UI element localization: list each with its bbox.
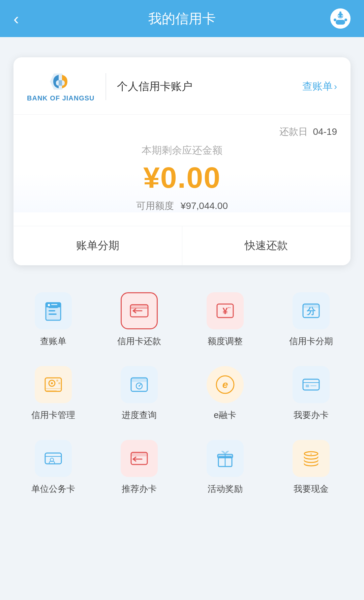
bank-name-text: BANK OF JIANGSU (27, 94, 95, 102)
remaining-label: 本期剩余应还金额 (27, 144, 337, 157)
card-top: BANK OF JIANGSU 个人信用卡账户 查账单 › (13, 57, 351, 115)
quota-icon: ¥ .. (214, 300, 236, 322)
svg-point-31 (56, 380, 58, 382)
svg-rect-40 (303, 379, 319, 390)
svg-point-28 (51, 382, 53, 384)
svg-rect-12 (49, 310, 55, 311)
feature-manage[interactable]: 信用卡管理 (10, 366, 96, 421)
svg-line-37 (139, 384, 141, 386)
corporate-icon (42, 448, 64, 469)
svg-rect-48 (131, 452, 147, 456)
efusion-icon-wrap: e (207, 366, 244, 403)
recommend-icon-wrap (121, 440, 158, 477)
feature-progress[interactable]: 进度查询 (96, 366, 182, 421)
svg-rect-34 (131, 378, 147, 382)
repay-date-label: 还款日 (279, 126, 308, 137)
svg-rect-19 (130, 307, 148, 309)
progress-label: 进度查询 (122, 409, 157, 421)
card-actions: 账单分期 快速还款 (13, 226, 351, 265)
features-grid: 查账单 信用卡还款 ¥ .. (10, 292, 354, 495)
svg-rect-1 (336, 20, 345, 25)
recommend-icon (128, 448, 150, 469)
manage-label: 信用卡管理 (31, 409, 75, 421)
view-bill-button[interactable]: 查账单 › (302, 80, 337, 93)
apply-icon-wrap (293, 366, 330, 403)
header: ‹ 我的信用卡 (0, 0, 364, 37)
credit-limit-value: ¥97,044.00 (181, 201, 228, 211)
feature-cash[interactable]: ¥ 我要现金 (268, 440, 354, 495)
quota-icon-wrap: ¥ .. (207, 292, 244, 329)
feature-corporate[interactable]: 单位公务卡 (10, 440, 96, 495)
feature-reward[interactable]: 活动奖励 (182, 440, 268, 495)
svg-point-7 (341, 15, 343, 17)
credit-limit-row: 可用额度 ¥97,044.00 (27, 200, 337, 212)
efusion-icon: e (214, 374, 236, 395)
reward-icon-wrap (207, 440, 244, 477)
svg-text:¥: ¥ (310, 453, 312, 456)
cash-icon: ¥ (300, 448, 322, 469)
installment-icon-wrap: 分 (293, 292, 330, 329)
feature-efusion[interactable]: e e融卡 (182, 366, 268, 421)
svg-rect-26 (45, 378, 61, 391)
installment-icon: 分 (300, 300, 322, 322)
svg-rect-15 (48, 304, 50, 306)
back-button[interactable]: ‹ (13, 9, 19, 28)
svg-rect-42 (306, 385, 309, 387)
feature-bill[interactable]: 查账单 (10, 292, 96, 347)
feature-quota[interactable]: ¥ .. 额度调整 (182, 292, 268, 347)
corporate-icon-wrap (35, 440, 72, 477)
svg-text:e: e (222, 379, 228, 390)
feature-installment[interactable]: 分 信用卡分期 (268, 292, 354, 347)
feature-apply[interactable]: 我要办卡 (268, 366, 354, 421)
progress-icon (128, 374, 150, 395)
svg-point-4 (334, 19, 336, 21)
svg-rect-13 (49, 313, 57, 315)
corporate-label: 单位公务卡 (31, 483, 75, 495)
svg-point-5 (344, 19, 347, 21)
vertical-divider (105, 73, 106, 100)
chevron-right-icon: › (334, 81, 337, 92)
card-body: 还款日 04-19 本期剩余应还金额 ¥0.00 可用额度 ¥97,044.00 (13, 115, 351, 212)
amount-display: ¥0.00 (27, 161, 337, 194)
quick-repay-button[interactable]: 快速还款 (182, 226, 351, 265)
svg-rect-16 (51, 304, 57, 305)
bank-logo: BANK OF JIANGSU (27, 71, 95, 102)
svg-rect-43 (310, 385, 316, 386)
svg-rect-3 (340, 12, 341, 14)
card-section: BANK OF JIANGSU 个人信用卡账户 查账单 › 还款日 04-19 … (0, 37, 364, 279)
apply-icon (300, 374, 322, 395)
recommend-label: 推荐办卡 (122, 483, 157, 495)
manage-icon-wrap (35, 366, 72, 403)
svg-point-6 (338, 15, 339, 17)
page-title: 我的信用卡 (148, 9, 216, 28)
credit-limit-label: 可用额度 (136, 201, 174, 211)
features-section: 查账单 信用卡还款 ¥ .. (0, 279, 364, 508)
svg-text:¥: ¥ (222, 306, 228, 316)
cash-label: 我要现金 (294, 483, 329, 495)
bill-icon (42, 300, 64, 322)
repay-date-value: 04-19 (313, 126, 337, 137)
svg-point-32 (58, 382, 60, 384)
efusion-label: e融卡 (214, 409, 236, 421)
svg-text:..: .. (228, 303, 231, 309)
cash-icon-wrap: ¥ (293, 440, 330, 477)
bill-label: 查账单 (40, 335, 66, 347)
account-name: 个人信用卡账户 (117, 79, 302, 94)
repay-date-row: 还款日 04-19 (27, 125, 337, 138)
progress-icon-wrap (121, 366, 158, 403)
installment-button[interactable]: 账单分期 (13, 226, 182, 265)
quota-label: 额度调整 (208, 335, 243, 347)
manage-icon (42, 374, 64, 395)
avatar[interactable] (330, 8, 351, 29)
apply-label: 我要办卡 (294, 409, 329, 421)
feature-recommend[interactable]: 推荐办卡 (96, 440, 182, 495)
credit-card: BANK OF JIANGSU 个人信用卡账户 查账单 › 还款日 04-19 … (13, 57, 351, 265)
feature-repay[interactable]: 信用卡还款 (96, 292, 182, 347)
installment-label: 信用卡分期 (289, 335, 333, 347)
bill-icon-wrap (35, 292, 72, 329)
repay-icon-wrap (121, 292, 158, 329)
bank-logo-icon (47, 71, 74, 92)
svg-text:分: 分 (306, 306, 316, 316)
reward-icon (214, 448, 236, 469)
reward-label: 活动奖励 (208, 483, 243, 495)
